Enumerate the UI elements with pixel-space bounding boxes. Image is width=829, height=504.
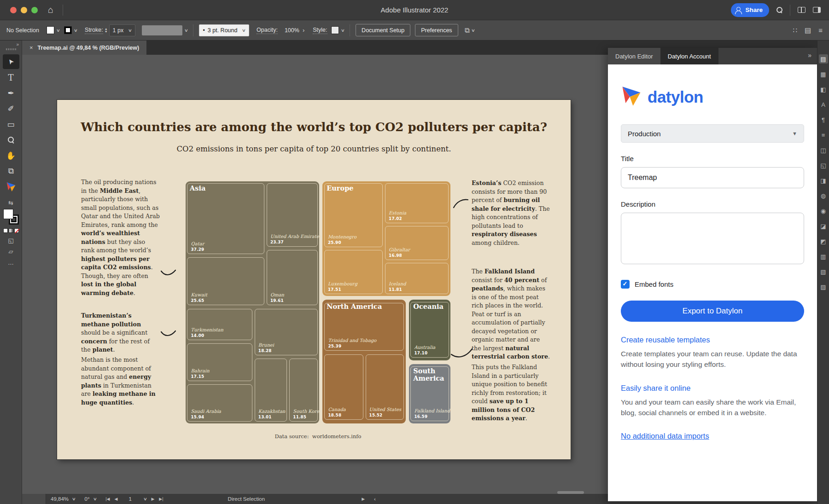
annotation-falkland[interactable]: The Falkland Island consist for 40 perce… [472, 267, 550, 361]
transform-icon[interactable]: ◨ [819, 176, 828, 185]
workspace-switcher-icon[interactable]: ▤ [805, 26, 811, 35]
artboard[interactable]: Which countries are among the world’s to… [57, 100, 571, 459]
artboards-icon[interactable]: ▥ [819, 252, 828, 261]
swap-colors-icon[interactable]: ⇆ [8, 199, 13, 206]
first-artboard-button[interactable]: |◀ [105, 497, 110, 501]
link-easily-share-it-online[interactable]: Easily share it online [621, 384, 804, 393]
environment-dropdown[interactable]: Production▼ [621, 124, 804, 143]
treemap-group-south-america[interactable]: Falkland Islands16.59South America [409, 364, 450, 423]
tile-turkmenistan[interactable]: Turkmenistan14.00 [187, 309, 252, 340]
annotation-methane[interactable]: Methan is the most abundant component of… [81, 356, 160, 407]
artboard-tool[interactable]: ⧉ [3, 164, 19, 179]
treemap-group-oceania[interactable]: Australia17.10Oceania [409, 300, 450, 360]
treemap[interactable]: Qatar37.29United Arab Emirates23.37Kuwai… [186, 181, 450, 423]
title-input[interactable] [621, 167, 804, 188]
rotation-dropdown[interactable]: 0°∨ [80, 494, 101, 504]
preferences-button[interactable]: Preferences [415, 24, 458, 36]
layers-icon[interactable]: ◧ [819, 85, 828, 94]
graphic-styles-icon[interactable]: ◉ [819, 206, 828, 215]
document-setup-button[interactable]: Document Setup [356, 24, 410, 36]
export-to-datylon-button[interactable]: Export to Datylon [621, 301, 804, 322]
chart-subtitle[interactable]: CO2 emissions in tons per capita of top … [57, 145, 571, 153]
embed-fonts-checkbox[interactable] [621, 280, 630, 289]
opacity-label[interactable]: Opacity: [257, 27, 278, 34]
shape-builder-icon[interactable]: ◱ [8, 237, 13, 244]
fill-swatch[interactable] [3, 209, 13, 219]
close-tab-icon[interactable]: × [29, 44, 33, 51]
tile-qatar[interactable]: Qatar37.29 [187, 183, 264, 254]
close-button[interactable] [10, 7, 17, 13]
opacity-field[interactable]: 100% [281, 24, 303, 36]
annotation-estonia[interactable]: Estonia’s CO2 emission consists for more… [472, 179, 550, 247]
share-button[interactable]: Share [731, 3, 769, 17]
minimize-button[interactable] [21, 7, 27, 13]
tile-iceland[interactable]: Iceland11.81 [385, 263, 449, 294]
character-icon[interactable]: A [819, 100, 828, 109]
stroke-width-field[interactable]: 1 px∨ [109, 24, 135, 36]
artboard-dropdown-icon[interactable]: ∨ [143, 497, 147, 501]
annotation-restoration[interactable]: This puts the Falkland Island in a parti… [472, 363, 550, 423]
treemap-group-north-america[interactable]: Trinidad and Tobago25.39Canada18.58Unite… [322, 300, 406, 423]
arrange-documents-icon[interactable]: ∷ [793, 26, 798, 35]
style-swatch[interactable]: ∨ [331, 26, 344, 34]
eyedropper-tool[interactable]: ✐ [3, 101, 19, 116]
color-mode-bar[interactable] [3, 228, 19, 233]
link-create-reusable-templates[interactable]: Create reusable templates [621, 336, 804, 344]
tile-brunei[interactable]: Brunei18.28 [255, 309, 318, 355]
properties-icon[interactable]: ≡ [819, 130, 828, 139]
transparency-icon[interactable]: ◩ [819, 237, 828, 246]
status-expand-icon[interactable]: ▶ [357, 494, 369, 504]
hand-tool[interactable]: ✋ [3, 148, 19, 163]
toolbar-grip[interactable] [6, 48, 16, 50]
tile-saudi-arabia[interactable]: Saudi Arabia15.94 [187, 384, 252, 421]
stroke-label[interactable]: Stroke: [85, 27, 103, 34]
rectangle-tool[interactable]: ▭ [3, 117, 19, 132]
panel-menu-icon[interactable]: ≡ [818, 26, 823, 34]
stroke-stepper[interactable]: ▲▼ [105, 28, 108, 33]
datylon-tool[interactable] [3, 180, 19, 194]
panel-collapse-icon[interactable]: » [808, 52, 811, 59]
treemap-group-europe[interactable]: Montenegro25.90Luxembourg17.51Estonia17.… [322, 181, 450, 296]
isolate-mode-icon[interactable]: ⧉∨ [465, 26, 475, 35]
tile-canada[interactable]: Canada18.58 [324, 354, 363, 420]
home-icon[interactable]: ⌂ [48, 5, 53, 15]
variable-width-profile[interactable]: ∨ [142, 25, 188, 35]
tile-australia[interactable]: Australia17.10 [410, 302, 449, 358]
zoom-level-dropdown[interactable]: 49,84%∨ [46, 494, 80, 504]
fill-stroke-swatches[interactable] [3, 209, 19, 225]
tile-kazakhstan[interactable]: Kazakhstan13.01 [255, 359, 287, 422]
tile-montenegro[interactable]: Montenegro25.90 [324, 183, 383, 247]
tab-datylon-account[interactable]: Datylon Account [660, 48, 718, 64]
pen-tool[interactable]: ✒ [3, 86, 19, 100]
more-tools-icon[interactable]: … [8, 259, 14, 266]
toolbar-expand-icon[interactable]: » [16, 42, 19, 47]
treemap-group-asia[interactable]: Qatar37.29United Arab Emirates23.37Kuwai… [186, 181, 319, 423]
tile-gibraltar[interactable]: Gibraltar16.98 [385, 226, 449, 260]
zoom-button[interactable] [31, 7, 38, 13]
tile-estonia[interactable]: Estonia17.02 [385, 183, 449, 223]
align-icon[interactable]: ◫ [819, 145, 828, 155]
fill-color-swatch[interactable]: ∨ [47, 26, 60, 34]
tile-oman[interactable]: Oman19.61 [267, 250, 318, 305]
draw-mode-icon[interactable]: ▱ [9, 248, 13, 255]
gradient-icon[interactable] [9, 228, 13, 233]
opacity-more-icon[interactable]: › [303, 27, 304, 34]
link-no-additional-data-imports[interactable]: No additional data imports [621, 432, 804, 440]
datylon-panel-icon[interactable]: ▤ [819, 54, 828, 64]
previous-artboard-button[interactable]: ◀ [114, 497, 117, 501]
pathfinder-icon[interactable]: ◱ [819, 161, 828, 170]
none-icon[interactable] [14, 228, 19, 233]
tile-united-states[interactable]: United States15.52 [366, 354, 404, 420]
annotation-middle-east[interactable]: The oil producing nations in the Middle … [81, 178, 160, 297]
toggle-panels-icon[interactable] [813, 7, 821, 13]
image-trace-icon[interactable]: ▦ [819, 70, 828, 79]
annotation-turkmenistan[interactable]: Turkmenistan’s methane pollution should … [81, 312, 160, 354]
libraries-icon[interactable]: ▨ [819, 282, 828, 291]
color-icon[interactable] [3, 228, 8, 233]
tile-united-arab-emirates[interactable]: United Arab Emirates23.37 [267, 183, 318, 247]
search-icon[interactable] [776, 7, 782, 13]
brush-definition-field[interactable]: • 3 pt. Round∨ [199, 24, 249, 36]
tile-bahrain[interactable]: Bahrain17.15 [187, 343, 252, 381]
document-tab[interactable]: × Treemap.ai @ 49,84 % (RGB/Preview) [22, 41, 146, 55]
chart-title[interactable]: Which countries are among the world’s to… [57, 120, 571, 134]
